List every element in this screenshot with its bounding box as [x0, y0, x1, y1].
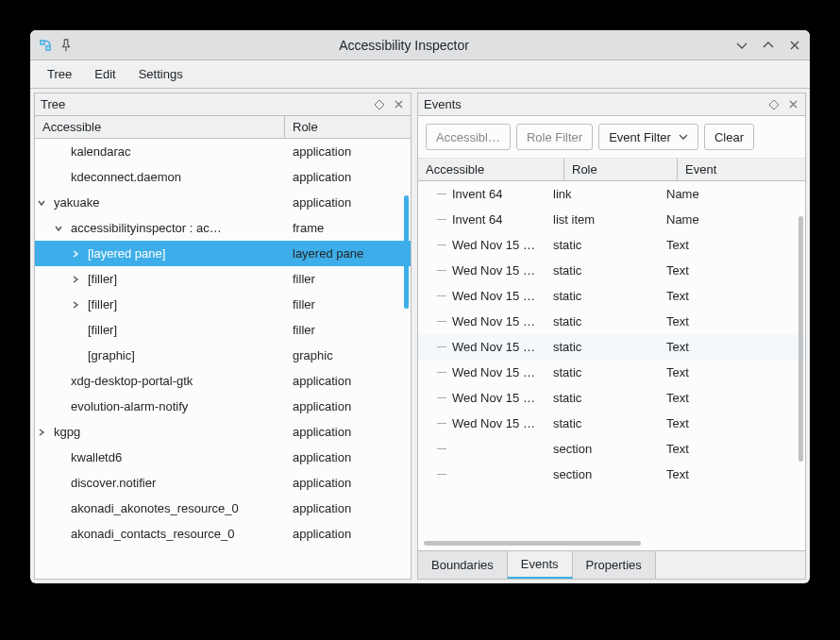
expander-icon[interactable]	[69, 349, 82, 362]
tree-row[interactable]: kwalletd6application	[35, 445, 411, 470]
events-vscrollbar[interactable]	[798, 216, 803, 462]
float-panel-icon[interactable]	[767, 98, 781, 111]
tree-item-label: evolution-alarm-notify	[67, 399, 192, 413]
event-name: Text	[666, 263, 805, 278]
maximize-button[interactable]	[761, 38, 776, 53]
tree-item-role: application	[285, 144, 351, 159]
tree-item-label: kdeconnect.daemon	[67, 170, 185, 184]
tree-row[interactable]: [filler]filler	[35, 317, 411, 343]
titlebar: Accessibility Inspector	[30, 30, 810, 60]
tree-row[interactable]: kalendaracapplication	[35, 139, 411, 164]
event-name: Text	[666, 442, 805, 456]
role-filter-button[interactable]: Role Filter	[516, 124, 593, 150]
event-row[interactable]: sectionText	[418, 436, 805, 462]
tab-properties[interactable]: Properties	[573, 551, 656, 579]
expander-icon[interactable]	[69, 324, 82, 337]
filter-bar: Accessibl… Role Filter Event Filter Clea…	[418, 116, 805, 159]
expander-icon[interactable]	[69, 298, 82, 312]
tab-boundaries[interactable]: Boundaries	[418, 551, 508, 579]
menu-edit[interactable]: Edit	[85, 63, 125, 85]
tree-item-label: discover.notifier	[67, 476, 160, 490]
event-role: static	[553, 289, 666, 303]
tree-row[interactable]: [filler]filler	[35, 292, 411, 317]
pin-icon[interactable]	[59, 38, 74, 53]
tree-row[interactable]: discover.notifierapplication	[35, 470, 411, 496]
event-row[interactable]: Wed Nov 15 …staticText	[418, 360, 805, 385]
tree-row[interactable]: yakuakeapplication	[35, 190, 411, 215]
expander-icon[interactable]	[52, 222, 65, 235]
events-body[interactable]: Invent 64linkNameInvent 64list itemNameW…	[418, 181, 805, 536]
tree-scrollbar[interactable]	[404, 195, 409, 309]
tree-panel-title: Tree	[41, 97, 367, 111]
expander-icon[interactable]	[69, 247, 82, 261]
event-accessible: Wed Nov 15 …	[426, 238, 553, 252]
event-row[interactable]: Wed Nov 15 …staticText	[418, 283, 805, 309]
tree-row[interactable]: evolution-alarm-notifyapplication	[35, 394, 411, 419]
close-panel-icon[interactable]	[786, 98, 799, 111]
accessible-filter-button[interactable]: Accessibl…	[426, 124, 511, 150]
col-role[interactable]: Role	[285, 116, 411, 138]
expander-icon[interactable]	[52, 375, 65, 388]
event-accessible: Wed Nov 15 …	[426, 416, 553, 430]
event-row[interactable]: Wed Nov 15 …staticText	[418, 411, 805, 436]
expander-icon[interactable]	[52, 477, 65, 490]
event-row[interactable]: sectionText	[418, 462, 805, 487]
event-role: static	[553, 263, 666, 278]
event-row[interactable]: Invent 64linkName	[418, 181, 805, 207]
tree-item-label: accessibilityinspector : ac…	[67, 221, 226, 235]
menu-settings[interactable]: Settings	[129, 63, 193, 85]
tree-row[interactable]: kgpgapplication	[35, 419, 411, 445]
event-filter-combo[interactable]: Event Filter	[598, 124, 698, 150]
tree-item-role: application	[285, 374, 351, 388]
ev-col-accessible[interactable]: Accessible	[418, 159, 564, 180]
event-row[interactable]: Wed Nov 15 …staticText	[418, 232, 805, 258]
event-name: Text	[666, 314, 805, 328]
col-accessible[interactable]: Accessible	[35, 116, 285, 138]
tree-item-role: application	[285, 450, 351, 464]
tree-item-role: application	[285, 527, 351, 541]
event-name: Text	[666, 238, 805, 252]
event-row[interactable]: Wed Nov 15 …staticText	[418, 334, 805, 360]
tree-row[interactable]: accessibilityinspector : ac…frame	[35, 215, 411, 241]
expander-icon[interactable]	[52, 400, 65, 413]
events-column-headers: Accessible Role Event	[418, 159, 805, 181]
tree-row[interactable]: [graphic]graphic	[35, 343, 411, 368]
tree-row[interactable]: akonadi_contacts_resource_0application	[35, 521, 411, 547]
close-panel-icon[interactable]	[392, 98, 405, 111]
event-accessible	[426, 448, 553, 449]
expander-icon[interactable]	[52, 171, 65, 184]
expander-icon[interactable]	[69, 273, 82, 286]
events-hscrollbar[interactable]	[424, 539, 799, 548]
ev-col-event[interactable]: Event	[678, 159, 805, 180]
events-panel: Events Accessibl… Role Filter Event Filt…	[417, 93, 806, 580]
event-accessible: Wed Nov 15 …	[426, 314, 553, 328]
tree-item-role: application	[285, 399, 351, 413]
tree-row[interactable]: akonadi_akonotes_resource_0application	[35, 496, 411, 521]
expander-icon[interactable]	[35, 196, 48, 210]
ev-col-role[interactable]: Role	[564, 159, 678, 180]
tree-item-label: kalendarac	[67, 144, 135, 159]
tree-item-role: filler	[285, 297, 315, 312]
event-row[interactable]: Wed Nov 15 …staticText	[418, 258, 805, 283]
tree-item-role: filler	[285, 323, 315, 337]
menu-tree[interactable]: Tree	[38, 63, 81, 85]
expander-icon[interactable]	[35, 426, 48, 439]
expander-icon[interactable]	[52, 528, 65, 541]
expander-icon[interactable]	[52, 502, 65, 515]
expander-icon[interactable]	[52, 451, 65, 464]
event-row[interactable]: Invent 64list itemName	[418, 207, 805, 232]
tree-item-label: [layered pane]	[84, 246, 169, 261]
expander-icon[interactable]	[52, 145, 65, 159]
clear-button[interactable]: Clear	[704, 124, 754, 150]
minimize-button[interactable]	[734, 38, 749, 53]
event-row[interactable]: Wed Nov 15 …staticText	[418, 385, 805, 411]
event-row[interactable]: Wed Nov 15 …staticText	[418, 309, 805, 334]
tree-body[interactable]: kalendaracapplicationkdeconnect.daemonap…	[35, 139, 411, 579]
tab-events[interactable]: Events	[508, 551, 573, 579]
tree-row[interactable]: [layered pane]layered pane	[35, 241, 411, 266]
tree-row[interactable]: kdeconnect.daemonapplication	[35, 164, 411, 190]
tree-row[interactable]: [filler]filler	[35, 266, 411, 292]
float-panel-icon[interactable]	[373, 98, 386, 111]
close-button[interactable]	[787, 38, 802, 53]
tree-row[interactable]: xdg-desktop-portal-gtkapplication	[35, 368, 411, 394]
